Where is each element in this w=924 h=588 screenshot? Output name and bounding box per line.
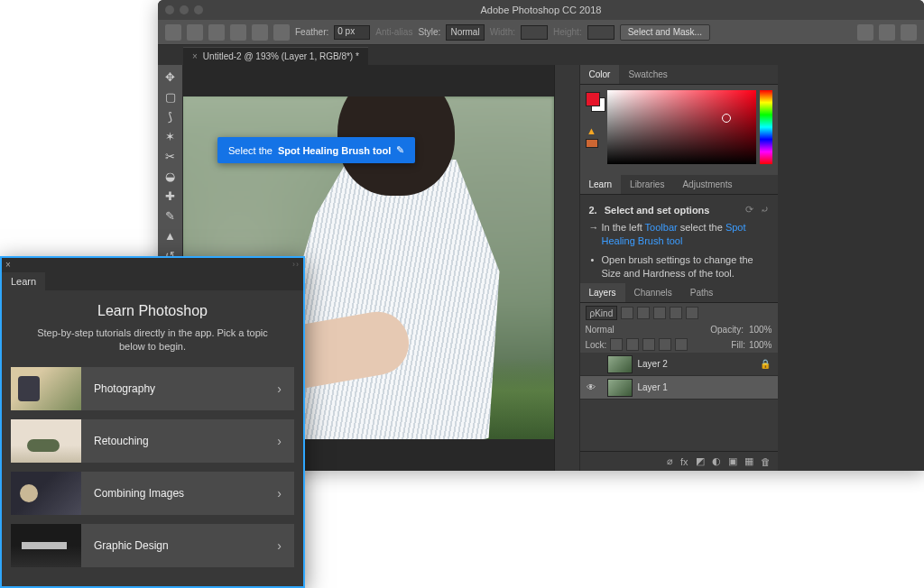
layers-panel-tabs: Layers Channels Paths (580, 283, 778, 303)
style-select[interactable]: Normal (446, 24, 484, 41)
learn-window-tabs: Learn (2, 271, 303, 290)
brush-tool[interactable]: ✎ (159, 206, 182, 225)
lock-image-icon[interactable] (626, 338, 639, 351)
color-picker-ring (722, 114, 731, 123)
move-tool[interactable]: ✥ (159, 67, 182, 87)
sel-add-icon[interactable] (230, 24, 246, 41)
tab-close-icon[interactable]: × (192, 51, 198, 61)
hue-slider[interactable] (760, 90, 772, 164)
tab-layers[interactable]: Layers (580, 283, 625, 302)
topic-retouching[interactable]: Retouching› (11, 419, 294, 463)
opacity-label: Opacity: (710, 325, 744, 335)
sel-subtract-icon[interactable] (252, 24, 268, 41)
home-icon[interactable] (165, 24, 181, 41)
topic-label: Combining Images (94, 487, 184, 500)
layer-row[interactable]: Layer 2 🔒 (580, 353, 778, 376)
layers-footer: ⌀ fx ◩ ◐ ▣ ▦ 🗑 (580, 451, 778, 471)
replay-icon[interactable]: ⟳ (745, 204, 753, 216)
learn-subheading: Step-by-step tutorials directly in the a… (23, 326, 282, 354)
foreground-swatch[interactable] (586, 92, 600, 106)
gamut-warning-icon[interactable]: ▲ (586, 124, 598, 137)
mask-icon[interactable]: ◩ (696, 455, 705, 467)
coachmark-tool: Spot Healing Brush tool (278, 145, 391, 156)
reset-icon[interactable]: ⤾ (761, 204, 769, 216)
spot-healing-tool[interactable]: ✚ (159, 186, 182, 206)
link-toolbar[interactable]: Toolbar (645, 222, 678, 233)
close-icon[interactable]: × (5, 260, 11, 270)
crop-tool[interactable]: ✂ (159, 146, 182, 166)
marquee-tool[interactable]: ▢ (159, 87, 182, 106)
lock-icon: 🔒 (760, 359, 771, 369)
step-title: Select and set options (605, 205, 738, 216)
layer-row[interactable]: 👁 Layer 1 (580, 376, 778, 400)
fx-icon[interactable]: fx (680, 456, 688, 467)
clone-stamp-tool[interactable]: ▲ (159, 225, 182, 245)
adjustment-layer-icon[interactable]: ◐ (712, 455, 721, 467)
delete-layer-icon[interactable]: 🗑 (761, 456, 771, 467)
blend-mode-select[interactable]: Normal (586, 325, 706, 335)
panel-stack: Color Swatches ▲ Learn Libraries Adjustm… (579, 65, 778, 471)
topic-thumb (11, 367, 81, 410)
feather-field[interactable]: 0 px (334, 25, 370, 40)
lock-artboard-icon[interactable] (659, 338, 671, 351)
lock-label: Lock: (586, 340, 607, 350)
workspace-icon[interactable] (879, 24, 895, 41)
tab-libraries[interactable]: Libraries (621, 175, 673, 194)
select-and-mask-button[interactable]: Select and Mask... (620, 24, 710, 41)
quick-select-tool[interactable]: ✶ (159, 126, 182, 146)
visibility-toggle[interactable]: 👁 (580, 382, 602, 392)
layer-thumb (607, 355, 633, 373)
topic-graphicdesign[interactable]: Graphic Design› (11, 524, 294, 567)
lock-trans-icon[interactable] (610, 338, 623, 351)
opacity-field[interactable]: 100% (749, 325, 772, 335)
filter-adjust-icon[interactable] (637, 307, 650, 319)
filter-shape-icon[interactable] (670, 307, 682, 319)
filter-kind-select[interactable]: ρ Kind (586, 306, 618, 320)
tab-swatches[interactable]: Swatches (619, 65, 676, 84)
height-field (587, 25, 614, 40)
layer-name[interactable]: Layer 1 (638, 382, 668, 392)
websafe-warning-icon[interactable] (586, 139, 598, 148)
new-layer-icon[interactable]: ▦ (744, 455, 753, 467)
tab-adjustments[interactable]: Adjustments (673, 175, 741, 194)
layer-thumb (607, 379, 633, 397)
coachmark-tooltip: Select the Spot Healing Brush tool ✎ (217, 137, 415, 163)
height-label: Height: (553, 27, 582, 37)
share-icon[interactable] (901, 24, 917, 41)
document-tab[interactable]: × Untitled-2 @ 193% (Layer 1, RGB/8*) * (183, 47, 368, 65)
sel-new-icon[interactable] (208, 24, 225, 41)
topic-combining[interactable]: Combining Images› (11, 472, 294, 515)
right-panels: Color Swatches ▲ Learn Libraries Adjustm… (554, 65, 925, 471)
tab-paths[interactable]: Paths (681, 283, 723, 302)
collapse-icon[interactable]: ›› (292, 260, 300, 269)
eyedropper-tool[interactable]: ◒ (159, 166, 182, 186)
filter-pixel-icon[interactable] (621, 307, 633, 319)
layers-panel: ρ Kind Normal Opacity: 100% Lock: (580, 303, 778, 471)
learn-window: × ›› Learn Learn Photoshop Step-by-step … (0, 256, 305, 588)
layer-name[interactable]: Layer 2 (638, 359, 668, 369)
lasso-tool[interactable]: ⟆ (159, 106, 182, 126)
lock-all-icon[interactable] (675, 338, 688, 351)
chevron-right-icon: › (277, 486, 282, 501)
learn-panel: 2. Select and set options ⟳ ⤾ In the lef… (580, 195, 778, 283)
sel-intersect-icon[interactable] (273, 24, 290, 41)
feather-label: Feather: (295, 27, 328, 37)
group-icon[interactable]: ▣ (728, 455, 737, 467)
filter-smart-icon[interactable] (686, 307, 698, 319)
coachmark-prefix: Select the (228, 145, 273, 156)
color-field[interactable] (607, 90, 756, 164)
tab-channels[interactable]: Channels (625, 283, 681, 302)
learn-window-header[interactable]: × ›› (2, 258, 303, 271)
search-icon[interactable] (857, 24, 873, 41)
chevron-right-icon: › (277, 538, 282, 553)
lock-pos-icon[interactable] (642, 338, 655, 351)
collapsed-panel-strip[interactable] (554, 65, 579, 471)
link-layers-icon[interactable]: ⌀ (667, 455, 673, 467)
filter-type-icon[interactable] (653, 307, 666, 319)
topic-photography[interactable]: Photography› (11, 367, 294, 410)
fill-field[interactable]: 100% (749, 340, 772, 350)
tab-learn-window[interactable]: Learn (2, 272, 45, 290)
tab-color[interactable]: Color (580, 65, 620, 84)
tool-preset-icon[interactable] (187, 24, 203, 41)
tab-learn[interactable]: Learn (580, 175, 622, 194)
